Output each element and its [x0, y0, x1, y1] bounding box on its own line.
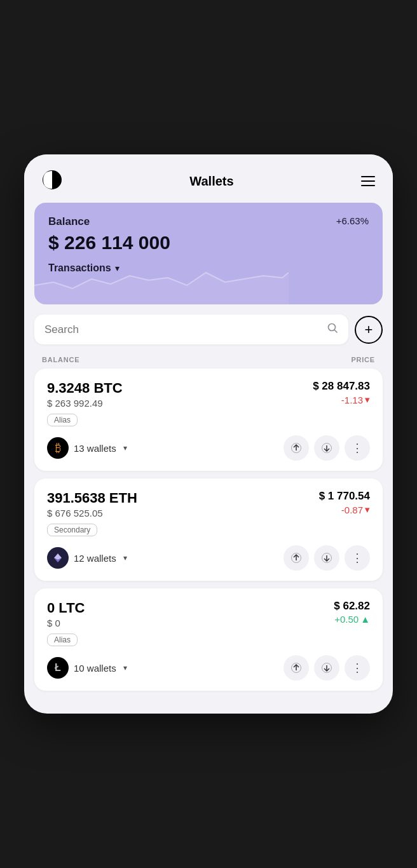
btc-actions: ⋮: [284, 435, 370, 461]
search-input[interactable]: [44, 323, 320, 336]
price-column-header: PRICE: [351, 356, 375, 363]
btc-wallets-row[interactable]: ₿ 13 wallets ▾: [47, 437, 127, 459]
eth-amount: 391.5638 ETH: [47, 490, 137, 506]
ltc-actions: ⋮: [284, 655, 370, 681]
eth-receive-button[interactable]: [314, 545, 339, 571]
btc-icon: ₿: [47, 437, 69, 459]
balance-chart: [34, 254, 289, 304]
eth-card: 391.5638 ETH $ 676 525.05 Secondary $ 1 …: [34, 478, 383, 581]
ltc-icon: Ł: [47, 657, 69, 679]
search-box: [34, 315, 348, 344]
logo-icon: [42, 170, 62, 193]
transactions-label: Transactions: [48, 262, 111, 274]
ltc-alias: Alias: [47, 634, 78, 646]
page-title: Wallets: [189, 174, 233, 189]
btc-price: $ 28 847.83: [313, 380, 370, 393]
eth-actions: ⋮: [284, 545, 370, 571]
ltc-change: +0.50 ▲: [334, 614, 370, 625]
btc-change: -1.13 ▾: [313, 394, 370, 405]
ltc-amount: 0 LTC: [47, 600, 85, 616]
btc-amount: 9.3248 BTC: [47, 380, 123, 397]
ltc-receive-button[interactable]: [314, 655, 339, 681]
transactions-row[interactable]: Transactions ▾: [48, 262, 369, 274]
ltc-send-button[interactable]: [284, 655, 309, 681]
svg-point-1: [329, 324, 336, 331]
eth-alias: Secondary: [47, 524, 97, 536]
ltc-wallets-row[interactable]: Ł 10 wallets ▾: [47, 657, 127, 679]
btc-wallets-chevron: ▾: [123, 444, 127, 452]
eth-wallet-count: 12 wallets: [74, 553, 116, 564]
ltc-wallet-count: 10 wallets: [74, 663, 116, 674]
ltc-card: 0 LTC $ 0 Alias $ 62.82 +0.50 ▲ Ł 10 wal…: [34, 588, 383, 691]
eth-wallets-row[interactable]: 12 wallets ▾: [47, 547, 127, 569]
header: Wallets: [24, 154, 393, 203]
balance-percent: +6.63%: [336, 215, 369, 226]
eth-more-button[interactable]: ⋮: [345, 545, 370, 571]
btc-send-button[interactable]: [284, 435, 309, 461]
btc-wallet-count: 13 wallets: [74, 443, 116, 454]
eth-price: $ 1 770.54: [319, 490, 370, 503]
eth-wallets-chevron: ▾: [123, 553, 127, 562]
search-row: +: [24, 315, 393, 353]
transactions-chevron: ▾: [115, 263, 120, 273]
balance-column-header: BALANCE: [42, 356, 79, 363]
btc-usd: $ 263 992.49: [47, 398, 123, 409]
eth-change: -0.87 ▾: [319, 504, 370, 515]
eth-send-button[interactable]: [284, 545, 309, 571]
btc-more-button[interactable]: ⋮: [345, 435, 370, 461]
eth-usd: $ 676 525.05: [47, 508, 137, 519]
menu-button[interactable]: [361, 176, 375, 186]
balance-label: Balance: [48, 215, 90, 228]
search-icon: [327, 322, 338, 337]
svg-line-2: [335, 330, 338, 333]
balance-card: Balance +6.63% $ 226 114 000 Transaction…: [34, 203, 383, 304]
ltc-wallets-chevron: ▾: [123, 663, 127, 672]
ltc-price: $ 62.82: [334, 600, 370, 613]
column-headers: BALANCE PRICE: [24, 353, 393, 369]
ltc-more-button[interactable]: ⋮: [345, 655, 370, 681]
balance-amount: $ 226 114 000: [48, 232, 369, 254]
add-wallet-button[interactable]: +: [355, 316, 383, 344]
ltc-usd: $ 0: [47, 618, 85, 628]
eth-icon: [47, 547, 69, 569]
btc-card: 9.3248 BTC $ 263 992.49 Alias $ 28 847.8…: [34, 369, 383, 471]
btc-alias: Alias: [47, 414, 78, 426]
btc-receive-button[interactable]: [314, 435, 339, 461]
